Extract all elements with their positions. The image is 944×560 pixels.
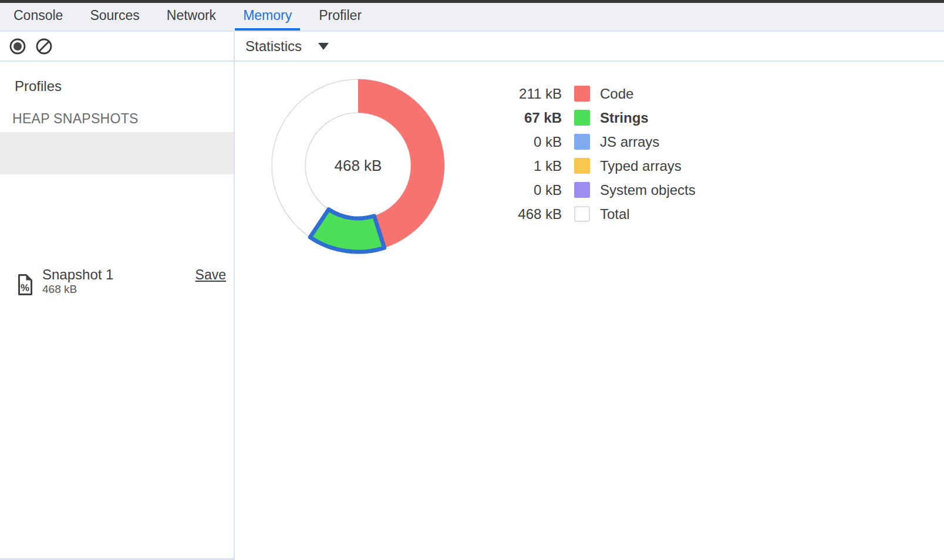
snapshot-size: 468 kB [42,283,77,296]
tab-console[interactable]: Console [5,3,71,31]
legend-swatch-system-objects [574,182,590,198]
legend-swatch-total [574,206,590,222]
legend-amount: 0 kB [505,134,562,150]
legend-label: Strings [600,110,649,126]
legend-label: Total [600,206,630,222]
legend-row-system-objects[interactable]: 0 kB System objects [505,178,696,202]
tab-memory[interactable]: Memory [235,3,300,31]
record-icon [9,38,26,55]
legend: 211 kB Code 67 kB Strings 0 kB JS arrays… [505,82,696,226]
panel-divider[interactable] [234,32,235,560]
legend-row-js-arrays[interactable]: 0 kB JS arrays [505,130,696,154]
legend-swatch-typed-arrays [574,158,590,174]
legend-row-code[interactable]: 211 kB Code [505,82,696,106]
chart-center-label: 468 kB [320,157,396,175]
legend-swatch-code [574,86,590,102]
svg-text:%: % [21,282,29,294]
chevron-down-icon [318,43,329,50]
record-heap-snapshot-button[interactable] [9,38,26,55]
heap-snapshots-heading: HEAP SNAPSHOTS [12,111,139,127]
perspective-dropdown-label: Statistics [245,38,302,55]
heap-snapshot-document-icon: % [18,274,33,296]
profiles-title: Profiles [15,78,62,95]
sidebar-item-snapshot-1[interactable]: % Snapshot 1 468 kB Save [0,132,234,174]
legend-amount: 67 kB [505,110,562,126]
block-icon [35,38,53,55]
save-link[interactable]: Save [195,267,226,283]
legend-label: JS arrays [600,134,659,150]
legend-amount: 1 kB [505,158,562,174]
devtools-memory-panel: Console Sources Network Memory Profiler … [0,0,944,560]
legend-label: Typed arrays [600,158,682,174]
legend-row-total[interactable]: 468 kB Total [505,202,696,226]
legend-amount: 0 kB [505,182,562,198]
devtools-tab-bar: Console Sources Network Memory Profiler [0,3,944,32]
legend-label: Code [600,86,633,102]
tab-network[interactable]: Network [159,3,224,31]
tab-sources[interactable]: Sources [82,3,147,31]
legend-row-typed-arrays[interactable]: 1 kB Typed arrays [505,154,696,178]
clear-profiles-button[interactable] [35,38,53,55]
toolbar-left [0,32,234,60]
legend-amount: 211 kB [505,86,562,102]
legend-swatch-strings [574,110,590,126]
perspective-dropdown[interactable]: Statistics [245,32,329,60]
tab-profiler[interactable]: Profiler [311,3,370,31]
legend-amount: 468 kB [505,206,562,222]
legend-swatch-js-arrays [574,134,590,150]
legend-row-strings[interactable]: 67 kB Strings [505,106,696,130]
snapshot-name: Snapshot 1 [42,266,113,283]
legend-label: System objects [600,182,696,198]
chart-segment-strings[interactable] [310,210,385,252]
